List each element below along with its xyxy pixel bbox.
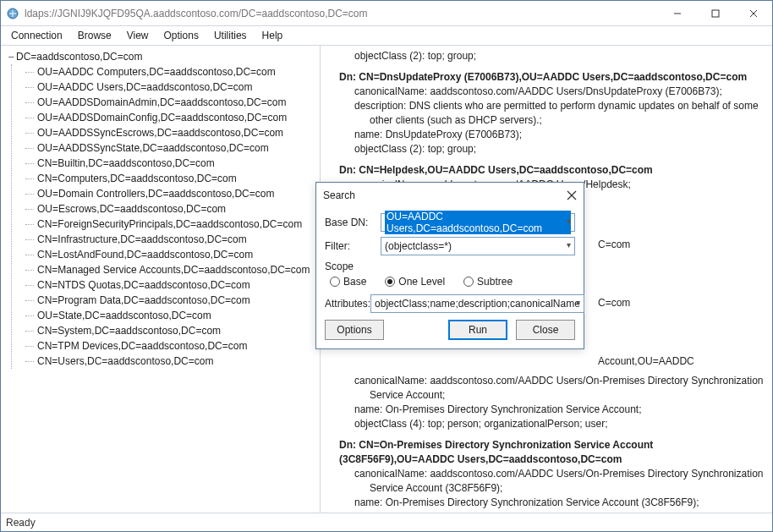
menubar: Connection Browse View Options Utilities… <box>1 26 772 45</box>
attributes-label: Attributes: <box>325 298 370 310</box>
tree-node[interactable]: CN=ForeignSecurityPrincipals,DC=aaddscon… <box>24 217 316 232</box>
peek-text: Account,OU=AADDC <box>326 354 767 369</box>
app-window: ldaps://JGNIJ9KJQFD95QA.aaddscontoso.com… <box>0 0 773 532</box>
status-text: Ready <box>6 517 36 529</box>
tree-node-label: CN=LostAndFound,DC=aaddscontoso,DC=com <box>36 247 255 262</box>
tree-node[interactable]: OU=Escrows,DC=aaddscontoso,DC=com <box>24 201 316 217</box>
tree-node[interactable]: OU=AADDSSyncEscrows,DC=aaddscontoso,DC=c… <box>24 125 316 140</box>
options-button[interactable]: Options <box>325 320 384 340</box>
tree-node[interactable]: CN=NTDS Quotas,DC=aaddscontoso,DC=com <box>24 277 316 293</box>
tree-node-label: OU=Domain Controllers,DC=aaddscontoso,DC… <box>36 186 276 201</box>
close-dialog-button[interactable]: Close <box>516 320 575 340</box>
tree-node[interactable]: CN=Users,DC=aaddscontoso,DC=com <box>24 354 316 369</box>
scope-one-level-radio[interactable]: One Level <box>385 276 445 288</box>
tree-node-label: OU=AADDC Users,DC=aaddscontoso,DC=com <box>36 80 254 95</box>
tree-node-label: CN=Infrastructure,DC=aaddscontoso,DC=com <box>36 232 249 247</box>
tree-node-label: CN=TPM Devices,DC=aaddscontoso,DC=com <box>36 338 249 354</box>
menu-utilities[interactable]: Utilities <box>207 28 254 43</box>
result-dn: Dn: CN=Helpdesk,OU=AADDC Users,DC=aaddsc… <box>326 163 767 178</box>
tree-node-label: CN=Managed Service Accounts,DC=aaddscont… <box>36 262 312 277</box>
svg-rect-2 <box>712 10 719 17</box>
tree-node[interactable]: OU=Domain Controllers,DC=aaddscontoso,DC… <box>24 186 316 201</box>
tree-root-node[interactable]: − DC=aaddscontoso,DC=com <box>6 49 316 64</box>
tree-node-label: CN=Program Data,DC=aaddscontoso,DC=com <box>36 293 252 308</box>
attributes-input[interactable]: objectClass;name;description;canonicalNa… <box>370 294 584 313</box>
tree-node[interactable]: CN=System,DC=aaddscontoso,DC=com <box>24 323 316 338</box>
attr-line: objectClass (2): top; group; <box>326 49 767 63</box>
filter-label: Filter: <box>325 240 381 252</box>
dialog-close-button[interactable] <box>567 190 577 200</box>
menu-options[interactable]: Options <box>157 28 206 43</box>
menu-view[interactable]: View <box>120 28 156 43</box>
titlebar: ldaps://JGNIJ9KJQFD95QA.aaddscontoso.com… <box>1 1 772 26</box>
result-attr: objectClass (4): top; person; organizati… <box>341 417 767 431</box>
collapse-icon[interactable]: − <box>6 49 16 64</box>
result-attr: objectClass (2): top; group; <box>341 142 767 156</box>
base-dn-input[interactable]: OU=AADDC Users,DC=aaddscontoso,DC=com ▾ <box>381 213 575 232</box>
tree-node-label: OU=AADDC Computers,DC=aaddscontoso,DC=co… <box>36 64 277 80</box>
tree-node[interactable]: CN=Infrastructure,DC=aaddscontoso,DC=com <box>24 232 316 247</box>
tree-node[interactable]: OU=State,DC=aaddscontoso,DC=com <box>24 308 316 323</box>
chevron-down-icon[interactable]: ▾ <box>567 217 571 226</box>
tree-node[interactable]: CN=Computers,DC=aaddscontoso,DC=com <box>24 171 316 186</box>
tree-node-label: CN=Builtin,DC=aaddscontoso,DC=com <box>36 156 217 171</box>
tree-node-label: OU=State,DC=aaddscontoso,DC=com <box>36 308 213 323</box>
tree-node-label: OU=AADDSDomainAdmin,DC=aaddscontoso,DC=c… <box>36 95 288 110</box>
result-attr: name: DnsUpdateProxy (E7006B73); <box>341 128 767 142</box>
tree-node-label: CN=System,DC=aaddscontoso,DC=com <box>36 323 222 338</box>
window-title: ldaps://JGNIJ9KJQFD95QA.aaddscontoso.com… <box>25 8 658 19</box>
scope-label: Scope <box>325 261 575 272</box>
statusbar: Ready <box>1 513 772 531</box>
tree-node[interactable]: OU=AADDSDomainConfig,DC=aaddscontoso,DC=… <box>24 110 316 125</box>
app-icon <box>6 7 19 20</box>
tree-node-label: CN=ForeignSecurityPrincipals,DC=aaddscon… <box>36 217 304 232</box>
result-dn: Dn: CN=On-Premises Directory Synchroniza… <box>326 438 767 467</box>
scope-base-radio[interactable]: Base <box>330 276 366 288</box>
menu-help[interactable]: Help <box>255 28 290 43</box>
result-attr: canonicalName: aaddscontoso.com/AADDC Us… <box>341 467 767 496</box>
tree-node[interactable]: CN=TPM Devices,DC=aaddscontoso,DC=com <box>24 338 316 354</box>
tree-node[interactable]: OU=AADDSDomainAdmin,DC=aaddscontoso,DC=c… <box>24 95 316 110</box>
chevron-down-icon[interactable]: ▾ <box>576 298 580 307</box>
tree-node-label: OU=AADDSDomainConfig,DC=aaddscontoso,DC=… <box>36 110 288 125</box>
tree-node[interactable]: CN=Builtin,DC=aaddscontoso,DC=com <box>24 156 316 171</box>
tree-node[interactable]: OU=AADDSSyncState,DC=aaddscontoso,DC=com <box>24 140 316 156</box>
result-dn: Dn: CN=DnsUpdateProxy (E7006B73),OU=AADD… <box>326 70 767 85</box>
minimize-button[interactable] <box>658 1 696 25</box>
result-attr: name: On-Premises Directory Synchronizat… <box>341 403 767 417</box>
menu-connection[interactable]: Connection <box>4 28 69 43</box>
tree-node-label: CN=Computers,DC=aaddscontoso,DC=com <box>36 171 238 186</box>
tree-node-label: CN=Users,DC=aaddscontoso,DC=com <box>36 354 215 369</box>
tree-node-label: OU=AADDSSyncState,DC=aaddscontoso,DC=com <box>36 140 271 156</box>
result-attr: canonicalName: aaddscontoso.com/AADDC Us… <box>341 374 767 403</box>
tree-node-label: OU=AADDSSyncEscrows,DC=aaddscontoso,DC=c… <box>36 125 285 140</box>
chevron-down-icon[interactable]: ▾ <box>567 240 571 250</box>
tree-node[interactable]: OU=AADDC Users,DC=aaddscontoso,DC=com <box>24 80 316 95</box>
close-button[interactable] <box>734 1 772 25</box>
result-attr: description: DNS clients who are permitt… <box>341 99 767 128</box>
tree-node[interactable]: CN=Program Data,DC=aaddscontoso,DC=com <box>24 293 316 308</box>
scope-subtree-radio[interactable]: Subtree <box>463 276 513 288</box>
tree-root-label: DC=aaddscontoso,DC=com <box>16 49 142 64</box>
run-button[interactable]: Run <box>448 320 507 340</box>
tree-node-label: CN=NTDS Quotas,DC=aaddscontoso,DC=com <box>36 277 252 293</box>
result-attr: canonicalName: aaddscontoso.com/AADDC Us… <box>341 85 767 99</box>
tree-node-label: OU=Escrows,DC=aaddscontoso,DC=com <box>36 201 228 217</box>
tree-pane[interactable]: − DC=aaddscontoso,DC=com OU=AADDC Comput… <box>1 46 321 513</box>
tree-node[interactable]: CN=Managed Service Accounts,DC=aaddscont… <box>24 262 316 277</box>
result-attr: name: On-Premises Directory Synchronizat… <box>341 496 767 510</box>
base-dn-label: Base DN: <box>325 217 381 228</box>
menu-browse[interactable]: Browse <box>71 28 118 43</box>
tree-node[interactable]: OU=AADDC Computers,DC=aaddscontoso,DC=co… <box>24 64 316 80</box>
search-dialog: Search Base DN: OU=AADDC Users,DC=aaddsc… <box>315 182 584 349</box>
filter-input[interactable]: (objectclass=*) ▾ <box>381 237 575 255</box>
tree-node[interactable]: CN=LostAndFound,DC=aaddscontoso,DC=com <box>24 247 316 262</box>
maximize-button[interactable] <box>696 1 734 25</box>
dialog-title: Search <box>323 189 567 201</box>
